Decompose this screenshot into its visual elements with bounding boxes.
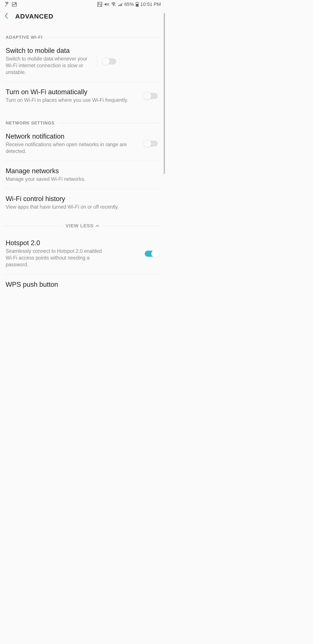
setting-wifi-control-history[interactable]: Wi-Fi control history View apps that hav… [0,189,165,216]
setting-desc: Switch to mobile data whenever your Wi-F… [6,56,93,76]
setting-network-notification[interactable]: Network notification Receive notificatio… [0,126,165,161]
toggle-hotspot-20[interactable] [143,249,160,258]
status-bar: 65% 10:51 PM [0,0,165,9]
setting-title: Manage networks [6,167,160,175]
divider [97,56,97,67]
divider [4,226,63,226]
section-label: NETWORK SETTINGS [6,120,54,126]
section-label: ADAPTIVE WI-FI [6,35,43,40]
setting-desc: Manage your saved Wi-Fi networks. [6,176,160,182]
svg-rect-9 [136,4,138,6]
view-less-button[interactable]: VIEW LESS [0,216,165,233]
setting-desc: Turn on Wi-Fi in places where you use Wi… [6,97,139,104]
chevron-up-icon [95,223,100,229]
setting-title: Switch to mobile data [6,47,93,54]
divider [46,37,160,38]
svg-point-6 [113,5,114,6]
setting-desc: Seamlessly connect to Hotspot 2.0 enable… [6,248,106,268]
settings-content: ADAPTIVE WI-FI Switch to mobile data Swi… [0,24,165,296]
svg-rect-3 [109,3,109,4]
svg-rect-4 [109,4,109,5]
page-title: ADVANCED [15,12,53,20]
battery-percent: 65% [124,2,134,7]
setting-auto-wifi[interactable]: Turn on Wi-Fi automatically Turn on Wi-F… [0,82,165,110]
app-bar: ADVANCED [0,9,165,24]
setting-title: Turn on Wi-Fi automatically [6,88,139,96]
toggle-network-notification[interactable] [143,139,160,148]
setting-desc: View apps that have turned Wi-Fi on or o… [6,204,160,210]
setting-desc: Receive notifications when open networks… [6,141,139,155]
setting-switch-mobile-data[interactable]: Switch to mobile data Switch to mobile d… [0,41,165,82]
wifi-icon [111,2,116,6]
svg-point-1 [15,3,16,4]
status-left [4,2,17,7]
divider [103,226,161,226]
wifi-calling-icon [4,2,9,7]
status-right: 65% 10:51 PM [97,2,161,7]
back-icon[interactable] [4,12,9,20]
setting-wps-push-button[interactable]: WPS push button [0,274,165,296]
toggle-auto-wifi[interactable] [143,92,160,100]
nfc-icon [97,2,102,7]
section-adaptive-wifi: ADAPTIVE WI-FI [0,24,165,41]
clock-time: 10:51 PM [140,2,161,7]
battery-icon [136,2,139,7]
image-icon [12,2,17,7]
setting-hotspot-20[interactable]: Hotspot 2.0 Seamlessly connect to Hotspo… [0,233,165,274]
toggle-switch-mobile-data[interactable] [101,57,118,66]
signal-icon [118,2,123,6]
scrollbar[interactable] [163,0,165,340]
view-less-label: VIEW LESS [66,223,94,229]
setting-title: Hotspot 2.0 [6,239,139,247]
svg-rect-5 [109,5,109,6]
setting-title: WPS push button [6,281,160,288]
section-network-settings: NETWORK SETTINGS [0,110,165,126]
setting-manage-networks[interactable]: Manage networks Manage your saved Wi-Fi … [0,161,165,189]
scrollbar-thumb[interactable] [164,13,165,174]
mute-vibrate-icon [104,2,109,7]
setting-title: Network notification [6,132,139,140]
setting-title: Wi-Fi control history [6,195,160,203]
divider [58,123,160,123]
